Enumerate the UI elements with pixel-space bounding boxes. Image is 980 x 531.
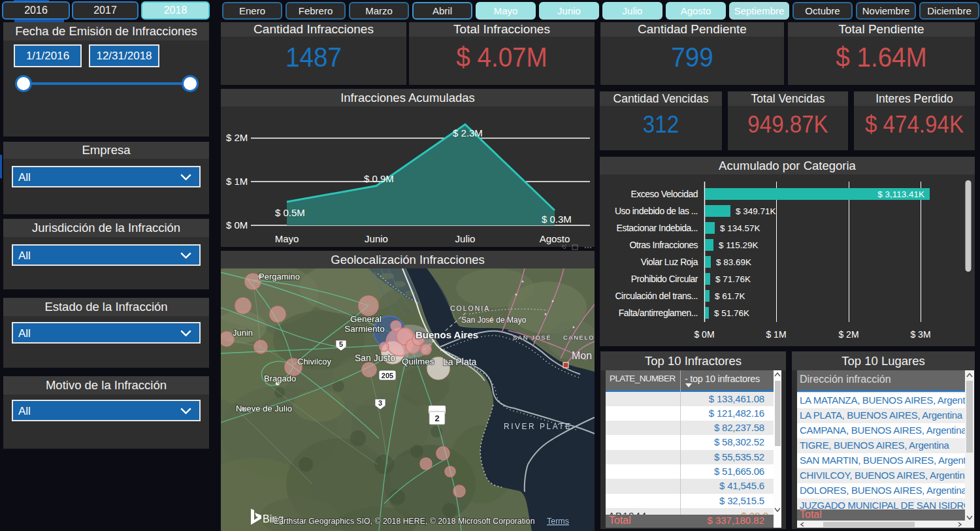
svg-text:Falta/antirreglamen...: Falta/antirreglamen...: [619, 308, 698, 318]
svg-text:Otras Infracciones: Otras Infracciones: [629, 240, 698, 250]
svg-text:$ 3,113.41K: $ 3,113.41K: [877, 189, 924, 199]
svg-text:$ 0.3M: $ 0.3M: [542, 214, 572, 225]
svg-text:General: General: [350, 314, 382, 324]
svg-text:RIVER PLATE: RIVER PLATE: [504, 422, 572, 431]
svg-text:Mon: Mon: [572, 350, 592, 361]
svg-text:Pergamino: Pergamino: [259, 272, 300, 282]
svg-text:Terms: Terms: [547, 517, 569, 526]
svg-text:$ 0M: $ 0M: [226, 219, 248, 231]
svg-text:Agosto: Agosto: [540, 233, 570, 244]
svg-text:205: 205: [382, 372, 393, 379]
svg-text:$ 61.7K: $ 61.7K: [715, 291, 745, 301]
svg-text:$ 2M: $ 2M: [838, 329, 858, 340]
svg-text:3: 3: [378, 399, 382, 407]
svg-text:Exceso Velocidad: Exceso Velocidad: [630, 189, 698, 199]
svg-text:San Justo: San Justo: [355, 353, 395, 363]
svg-text:$ 1M: $ 1M: [226, 176, 248, 187]
svg-text:$ 0.5M: $ 0.5M: [275, 207, 305, 218]
svg-text:Bragado: Bragado: [264, 374, 296, 383]
svg-text:Quilmes: Quilmes: [402, 357, 434, 366]
svg-text:$ 2M: $ 2M: [226, 132, 248, 143]
svg-text:$ 115.29K: $ 115.29K: [719, 240, 759, 250]
svg-text:Mayo: Mayo: [275, 233, 299, 244]
svg-text:COLONIA: COLONIA: [450, 304, 490, 312]
svg-text:Nueve de Julio: Nueve de Julio: [236, 404, 292, 413]
svg-text:$ 3M: $ 3M: [910, 329, 930, 340]
svg-text:Violar Luz Roja: Violar Luz Roja: [641, 257, 698, 267]
svg-text:$ 83.69K: $ 83.69K: [716, 257, 751, 267]
svg-text:Sarmiento: Sarmiento: [344, 324, 385, 334]
svg-text:$ 0.9M: $ 0.9M: [364, 173, 394, 184]
svg-text:Junio: Junio: [365, 233, 388, 244]
svg-text:$ 349.71K: $ 349.71K: [736, 206, 776, 216]
svg-text:Buenos Aires: Buenos Aires: [416, 329, 478, 340]
svg-text:SAN JOSÉ: SAN JOSÉ: [513, 334, 551, 341]
svg-text:$ 0M: $ 0M: [694, 329, 714, 340]
svg-text:Prohibido Circular: Prohibido Circular: [631, 274, 698, 284]
svg-text:Earthstar Geographics SIO, © 2: Earthstar Geographics SIO, © 2018 HERE, …: [274, 517, 535, 526]
svg-text:Uso indebido de las ...: Uso indebido de las ...: [615, 206, 698, 216]
svg-text:$ 134.57K: $ 134.57K: [720, 223, 760, 233]
svg-text:Julio: Julio: [455, 233, 476, 244]
svg-text:CANELO: CANELO: [563, 334, 595, 341]
svg-text:Chivilcoy: Chivilcoy: [297, 357, 332, 366]
svg-text:Estacionar Indebida...: Estacionar Indebida...: [617, 223, 698, 233]
svg-text:5: 5: [339, 340, 343, 348]
svg-text:La Plata: La Plata: [443, 357, 477, 367]
svg-text:$ 51.76K: $ 51.76K: [714, 308, 749, 318]
svg-text:Junin: Junin: [233, 328, 253, 338]
svg-text:San José de Mayo: San José de Mayo: [461, 315, 527, 325]
svg-text:$ 71.76K: $ 71.76K: [715, 274, 751, 284]
svg-text:2: 2: [434, 413, 439, 423]
svg-text:$ 1M: $ 1M: [766, 329, 786, 340]
svg-text:$ 2.3M: $ 2.3M: [453, 127, 483, 138]
svg-text:Circulación del trans...: Circulación del trans...: [615, 291, 698, 301]
